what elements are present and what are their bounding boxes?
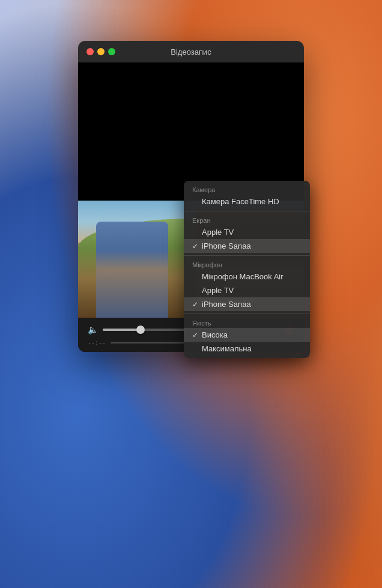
item-text-macbook-air-mic: Мікрофон MacBook Air xyxy=(202,272,302,281)
volume-icon: 🔈 xyxy=(88,325,98,335)
context-menu: Камера Камера FaceTime HD Екран Apple TV… xyxy=(184,181,310,358)
item-text-high: Висока xyxy=(202,330,302,339)
menu-label-screen: Екран xyxy=(184,214,310,225)
volume-slider[interactable] xyxy=(103,329,187,331)
window-title: Відеозапис xyxy=(171,47,211,56)
item-text-facetime: Камера FaceTime HD xyxy=(202,197,302,206)
checkmark-apple-tv-screen xyxy=(192,228,202,237)
menu-section-quality: Якість ✓ Висока Максимальна xyxy=(184,314,310,358)
menu-item-facetime-hd[interactable]: Камера FaceTime HD xyxy=(184,195,310,208)
checkmark-facetime xyxy=(192,198,202,206)
menu-item-apple-tv-mic[interactable]: Apple TV xyxy=(184,283,310,297)
menu-item-macbook-air-mic[interactable]: Мікрофон MacBook Air xyxy=(184,270,310,283)
menu-section-microphone: Мікрофон Мікрофон MacBook Air Apple TV ✓… xyxy=(184,255,310,314)
checkmark-iphone-sanaa-mic: ✓ xyxy=(192,300,202,309)
menu-item-iphone-sanaa-mic[interactable]: ✓ iPhone Sanaa xyxy=(184,297,310,311)
maximize-button[interactable] xyxy=(108,48,115,55)
menu-item-iphone-sanaa-screen[interactable]: ✓ iPhone Sanaa xyxy=(184,239,310,253)
checkmark-high: ✓ xyxy=(192,331,202,339)
app-window: Відеозапис 🔈 --:-- xyxy=(78,41,304,352)
menu-label-camera: Камера xyxy=(184,183,310,195)
item-text-max: Максимальна xyxy=(202,344,302,353)
checkmark-max xyxy=(192,345,202,353)
minimize-button[interactable] xyxy=(97,48,105,55)
checkmark-apple-tv-mic xyxy=(192,286,202,295)
menu-section-camera: Камера Камера FaceTime HD xyxy=(184,181,310,211)
item-text-apple-tv-screen: Apple TV xyxy=(202,228,302,237)
titlebar: Відеозапис xyxy=(78,41,304,62)
menu-item-high-quality[interactable]: ✓ Висока xyxy=(184,328,310,342)
person-left xyxy=(96,222,168,318)
menu-item-max-quality[interactable]: Максимальна xyxy=(184,342,310,356)
menu-label-quality: Якість xyxy=(184,317,310,328)
video-black-area xyxy=(78,62,304,201)
volume-fill xyxy=(103,329,141,331)
item-text-iphone-sanaa-screen: iPhone Sanaa xyxy=(202,241,302,250)
item-text-iphone-sanaa-mic: iPhone Sanaa xyxy=(202,300,302,309)
close-button[interactable] xyxy=(86,48,94,55)
checkmark-iphone-sanaa-screen: ✓ xyxy=(192,242,202,250)
menu-label-microphone: Мікрофон xyxy=(184,258,310,270)
volume-thumb[interactable] xyxy=(136,326,145,334)
menu-item-apple-tv-screen[interactable]: Apple TV xyxy=(184,225,310,239)
item-text-apple-tv-mic: Apple TV xyxy=(202,286,302,295)
time-display: --:-- xyxy=(88,339,106,346)
menu-section-screen: Екран Apple TV ✓ iPhone Sanaa xyxy=(184,211,310,255)
traffic-lights xyxy=(86,48,115,55)
checkmark-macbook-air-mic xyxy=(192,273,202,281)
